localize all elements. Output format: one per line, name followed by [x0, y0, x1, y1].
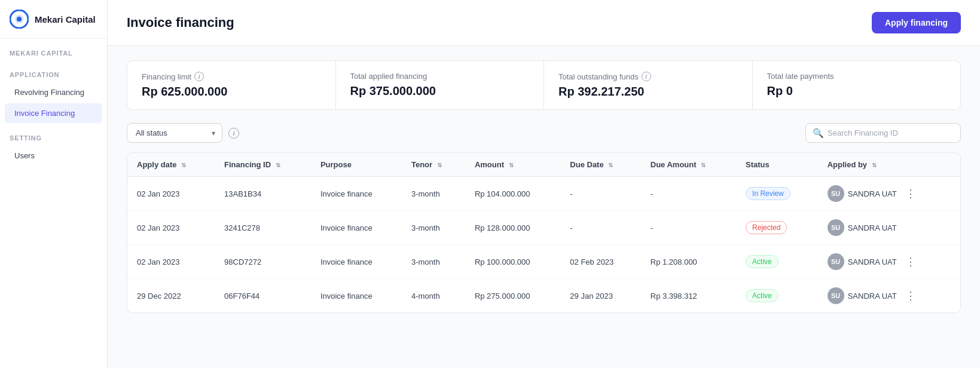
- financing-table-element: Apply date ⇅ Financing ID ⇅ Purpose Teno…: [127, 153, 960, 312]
- sidebar-setting-label: SETTING: [0, 124, 107, 145]
- col-applied-by: Applied by ⇅: [818, 153, 960, 177]
- stat-total-outstanding-label: Total outstanding funds i: [558, 72, 738, 81]
- applied-by-cell: SU SANDRA UAT ⋮: [828, 253, 951, 270]
- row-more-button[interactable]: ⋮: [902, 254, 920, 269]
- stat-total-outstanding: Total outstanding funds i Rp 392.217.250: [544, 61, 753, 109]
- sidebar-logo-text: Mekari Capital: [35, 14, 96, 24]
- table-row: 02 Jan 2023 98CD7272 Invoice finance 3-m…: [127, 245, 960, 279]
- sidebar-item-users[interactable]: Users: [5, 146, 102, 165]
- avatar: SU: [828, 219, 844, 236]
- table-row: 02 Jan 2023 13AB1B34 Invoice finance 3-m…: [127, 177, 960, 211]
- cell-status: In Review: [736, 177, 818, 211]
- apply-financing-button[interactable]: Apply financing: [872, 12, 961, 33]
- cell-due-amount: Rp 1.208.000: [641, 245, 736, 279]
- apply-date-sort-icon[interactable]: ⇅: [181, 162, 186, 168]
- cell-amount: Rp 275.000.000: [465, 279, 560, 313]
- applied-by-name: SANDRA UAT: [848, 189, 897, 198]
- col-purpose: Purpose: [311, 153, 402, 177]
- cell-due-date: 02 Feb 2023: [560, 245, 640, 279]
- due-date-sort-icon[interactable]: ⇅: [608, 162, 613, 168]
- stats-row: Financing limit i Rp 625.000.000 Total a…: [127, 60, 961, 110]
- applied-by-name: SANDRA UAT: [848, 257, 897, 266]
- cell-applied-by: SU SANDRA UAT ⋮: [818, 177, 960, 211]
- cell-tenor: 3-month: [402, 211, 465, 245]
- stat-total-applied: Total applied financing Rp 375.000.000: [336, 61, 545, 109]
- main-content: Financing limit i Rp 625.000.000 Total a…: [108, 46, 980, 368]
- cell-amount: Rp 100.000.000: [465, 245, 560, 279]
- cell-tenor: 3-month: [402, 177, 465, 211]
- search-icon: 🔍: [813, 128, 824, 139]
- cell-tenor: 3-month: [402, 245, 465, 279]
- cell-applied-by: SU SANDRA UAT ⋮: [818, 279, 960, 313]
- col-due-amount: Due Amount ⇅: [641, 153, 736, 177]
- status-badge: In Review: [746, 187, 790, 200]
- mekari-logo-icon: [10, 10, 29, 29]
- toolbar-info-icon[interactable]: i: [228, 128, 239, 139]
- cell-due-amount: -: [641, 211, 736, 245]
- sidebar-mekari-capital-label: MEKARI CAPITAL: [0, 39, 107, 60]
- applied-by-name: SANDRA UAT: [848, 292, 897, 300]
- stat-financing-limit-label: Financing limit i: [142, 72, 321, 81]
- cell-amount: Rp 104.000.000: [465, 177, 560, 211]
- cell-apply-date: 29 Dec 2022: [127, 279, 215, 313]
- row-more-button[interactable]: ⋮: [902, 186, 920, 201]
- cell-due-amount: -: [641, 177, 736, 211]
- toolbar: All status In Review Active Rejected ▾ i…: [127, 123, 961, 143]
- cell-purpose: Invoice finance: [311, 245, 402, 279]
- sidebar: Mekari Capital MEKARI CAPITAL APPLICATIO…: [0, 0, 108, 368]
- applied-by-sort-icon[interactable]: ⇅: [872, 162, 877, 168]
- amount-sort-icon[interactable]: ⇅: [509, 162, 514, 168]
- table-row: 29 Dec 2022 06F76F44 Invoice finance 4-m…: [127, 279, 960, 313]
- page-header: Invoice financing Apply financing: [108, 0, 980, 46]
- stat-financing-limit-value: Rp 625.000.000: [142, 85, 321, 99]
- avatar: SU: [828, 287, 844, 304]
- cell-due-amount: Rp 3.398.312: [641, 279, 736, 313]
- financing-id-sort-icon[interactable]: ⇅: [276, 162, 280, 168]
- total-outstanding-info-icon[interactable]: i: [642, 72, 651, 81]
- status-badge: Rejected: [746, 221, 787, 234]
- col-apply-date: Apply date ⇅: [127, 153, 215, 177]
- table-header-row: Apply date ⇅ Financing ID ⇅ Purpose Teno…: [127, 153, 960, 177]
- col-due-date: Due Date ⇅: [560, 153, 640, 177]
- col-financing-id: Financing ID ⇅: [215, 153, 311, 177]
- table-row: 02 Jan 2023 3241C278 Invoice finance 3-m…: [127, 211, 960, 245]
- sidebar-application-label: APPLICATION: [0, 60, 107, 82]
- cell-tenor: 4-month: [402, 279, 465, 313]
- search-financing-id-input[interactable]: [805, 123, 961, 143]
- search-wrapper: 🔍: [805, 123, 961, 143]
- status-badge: Active: [746, 289, 778, 302]
- sidebar-item-revolving-financing[interactable]: Revolving Financing: [5, 82, 102, 102]
- cell-apply-date: 02 Jan 2023: [127, 245, 215, 279]
- stat-total-late-value: Rp 0: [767, 84, 947, 98]
- cell-applied-by: SU SANDRA UAT: [818, 211, 960, 245]
- page-title: Invoice financing: [127, 15, 234, 30]
- status-filter-wrapper: All status In Review Active Rejected ▾: [127, 123, 222, 143]
- stat-total-applied-value: Rp 375.000.000: [350, 84, 530, 98]
- avatar: SU: [828, 185, 844, 202]
- cell-financing-id: 3241C278: [215, 211, 311, 245]
- applied-by-cell: SU SANDRA UAT ⋮: [828, 185, 951, 202]
- stat-total-late-label: Total late payments: [767, 72, 947, 81]
- cell-purpose: Invoice finance: [311, 211, 402, 245]
- applied-by-cell: SU SANDRA UAT ⋮: [828, 287, 951, 304]
- cell-status: Active: [736, 245, 818, 279]
- cell-purpose: Invoice finance: [311, 279, 402, 313]
- avatar: SU: [828, 253, 844, 270]
- sidebar-logo: Mekari Capital: [0, 0, 107, 39]
- tenor-sort-icon[interactable]: ⇅: [437, 162, 442, 168]
- main-area: Invoice financing Apply financing Financ…: [108, 0, 980, 368]
- cell-financing-id: 06F76F44: [215, 279, 311, 313]
- cell-apply-date: 02 Jan 2023: [127, 211, 215, 245]
- col-tenor: Tenor ⇅: [402, 153, 465, 177]
- sidebar-item-invoice-financing[interactable]: Invoice Financing: [5, 103, 102, 123]
- col-amount: Amount ⇅: [465, 153, 560, 177]
- financing-limit-info-icon[interactable]: i: [194, 72, 204, 81]
- due-amount-sort-icon[interactable]: ⇅: [701, 162, 706, 168]
- status-filter-select[interactable]: All status In Review Active Rejected: [127, 123, 222, 143]
- stat-financing-limit: Financing limit i Rp 625.000.000: [127, 61, 336, 109]
- stat-total-applied-label: Total applied financing: [350, 72, 530, 81]
- row-more-button[interactable]: ⋮: [902, 288, 920, 303]
- stat-total-late: Total late payments Rp 0: [753, 61, 961, 109]
- applied-by-name: SANDRA UAT: [848, 223, 897, 232]
- cell-financing-id: 13AB1B34: [215, 177, 311, 211]
